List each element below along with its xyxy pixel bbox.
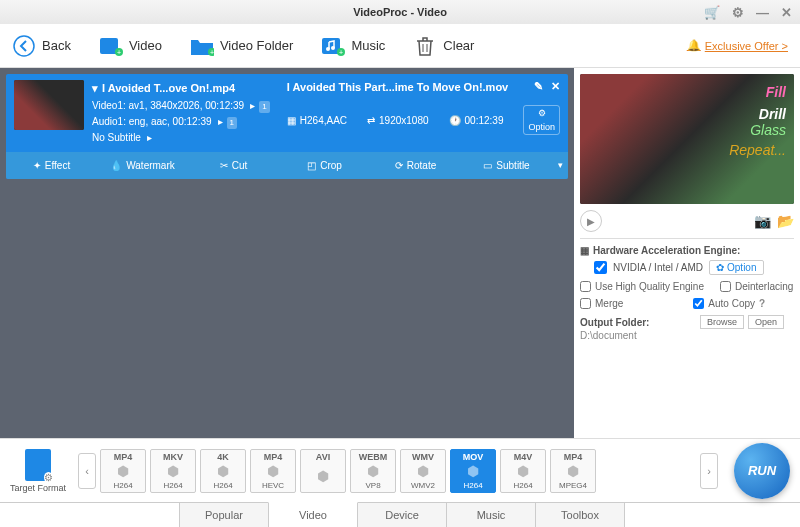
add-video-button[interactable]: + Video xyxy=(99,34,162,58)
titlebar: VideoProc - Video 🛒 ⚙ — ✕ xyxy=(0,0,800,24)
bell-icon: 🔔 xyxy=(687,39,701,52)
remove-item-icon[interactable]: ✕ xyxy=(551,80,560,93)
effect-button[interactable]: ✦Effect xyxy=(6,156,97,175)
crop-button[interactable]: ◰Crop xyxy=(279,156,370,175)
run-button[interactable]: RUN xyxy=(734,443,790,499)
tab-toolbox[interactable]: Toolbox xyxy=(535,503,625,527)
svg-text:+: + xyxy=(210,49,214,56)
tab-music[interactable]: Music xyxy=(446,503,536,527)
edit-name-icon[interactable]: ✎ xyxy=(534,80,543,93)
resolution-icon: ⇄ xyxy=(367,115,375,126)
watermark-button[interactable]: 💧Watermark xyxy=(97,156,188,175)
subtitle-info: No Subtitle xyxy=(92,132,141,143)
format-option-webm-vp8[interactable]: WEBM⬢VP8 xyxy=(350,449,396,493)
video-stream-info: Video1: av1, 3840x2026, 00:12:39 xyxy=(92,100,244,111)
target-format-icon xyxy=(25,449,51,481)
expand-down-icon[interactable]: ▾ xyxy=(552,156,568,175)
chevron-icon[interactable]: ▸ xyxy=(147,132,152,143)
video-list-panel: ▾I Avoided T...ove On!.mp4 Video1: av1, … xyxy=(0,68,574,438)
tab-popular[interactable]: Popular xyxy=(179,503,269,527)
video-thumbnail xyxy=(14,80,84,130)
target-format-button[interactable]: Target Format xyxy=(10,449,66,493)
format-option-mov-h264[interactable]: MOV⬢H264 xyxy=(450,449,496,493)
subtitle-button[interactable]: ▭Subtitle xyxy=(461,156,552,175)
music-icon: + xyxy=(321,34,345,58)
gear-icon: ✿ xyxy=(716,262,724,273)
video-item[interactable]: ▾I Avoided T...ove On!.mp4 Video1: av1, … xyxy=(6,74,568,179)
rotate-button[interactable]: ⟳Rotate xyxy=(370,156,461,175)
edit-toolbar: ✦Effect 💧Watermark ✂Cut ◰Crop ⟳Rotate ▭S… xyxy=(6,152,568,179)
svg-text:+: + xyxy=(339,49,343,56)
tab-video[interactable]: Video xyxy=(268,502,358,527)
source-filename: I Avoided T...ove On!.mp4 xyxy=(102,80,235,98)
preview-overlay-text: Glass xyxy=(729,122,786,138)
format-option-mkv-h264[interactable]: MKV⬢H264 xyxy=(150,449,196,493)
preview-overlay-text: Drill xyxy=(729,106,786,122)
subtitle-icon: ▭ xyxy=(483,160,492,171)
codec-text: H264,AAC xyxy=(300,115,347,126)
help-icon[interactable]: ? xyxy=(759,298,765,309)
open-button[interactable]: Open xyxy=(748,315,784,329)
svg-point-0 xyxy=(14,36,34,56)
hq-engine-checkbox[interactable] xyxy=(580,281,591,292)
add-folder-button[interactable]: + Video Folder xyxy=(190,34,293,58)
add-music-button[interactable]: + Music xyxy=(321,34,385,58)
chevron-icon[interactable]: ▸ xyxy=(250,100,255,111)
cart-icon[interactable]: 🛒 xyxy=(704,5,720,20)
tab-device[interactable]: Device xyxy=(357,503,447,527)
format-option-mp4-mpeg4[interactable]: MP4⬢MPEG4 xyxy=(550,449,596,493)
format-option-avi-[interactable]: AVI⬢ xyxy=(300,449,346,493)
chevron-down-icon[interactable]: ▾ xyxy=(92,80,98,98)
merge-checkbox[interactable] xyxy=(580,298,591,309)
format-option-mp4-h264[interactable]: MP4⬢H264 xyxy=(100,449,146,493)
output-path: D:\document xyxy=(580,330,794,341)
svg-point-7 xyxy=(326,47,330,51)
chip-icon: ▦ xyxy=(580,245,589,256)
play-button[interactable]: ▶ xyxy=(580,210,602,232)
preview-overlay-text: Repeat... xyxy=(729,142,786,158)
cut-button[interactable]: ✂Cut xyxy=(188,156,279,175)
browse-button[interactable]: Browse xyxy=(700,315,744,329)
resolution-text: 1920x1080 xyxy=(379,115,429,126)
hw-option-button[interactable]: ✿Option xyxy=(709,260,763,275)
droplet-icon: 💧 xyxy=(110,160,122,171)
hw-vendor-checkbox[interactable] xyxy=(594,261,607,274)
settings-icon[interactable]: ⚙ xyxy=(732,5,744,20)
hw-vendor-label: NVIDIA / Intel / AMD xyxy=(613,262,703,273)
preview-window: Fill Drill Glass Repeat... xyxy=(580,74,794,204)
open-folder-icon[interactable]: 📂 xyxy=(777,213,794,229)
exclusive-offer-link[interactable]: 🔔 Exclusive Offer > xyxy=(687,39,788,52)
snapshot-icon[interactable]: 📷 xyxy=(754,213,771,229)
codec-option-button[interactable]: ⚙ Option xyxy=(523,105,560,135)
hw-accel-label: Hardware Acceleration Engine: xyxy=(593,245,740,256)
autocopy-checkbox[interactable] xyxy=(693,298,704,309)
clear-button[interactable]: Clear xyxy=(413,34,474,58)
codec-icon: ▦ xyxy=(287,115,296,126)
back-button[interactable]: Back xyxy=(12,34,71,58)
format-option-wmv-wmv2[interactable]: WMV⬢WMV2 xyxy=(400,449,446,493)
svg-point-8 xyxy=(331,46,335,50)
rotate-icon: ⟳ xyxy=(395,160,403,171)
main-toolbar: Back + Video + Video Folder + Music Clea… xyxy=(0,24,800,68)
preview-panel: Fill Drill Glass Repeat... ▶ 📷 📂 ▦Hardwa… xyxy=(574,68,800,438)
app-title: VideoProc - Video xyxy=(353,6,447,18)
trash-icon xyxy=(413,34,437,58)
format-prev-button[interactable]: ‹ xyxy=(78,453,96,489)
format-bar: Target Format ‹ MP4⬢H264MKV⬢H2644K⬢H264M… xyxy=(0,438,800,502)
stream-badge: 1 xyxy=(259,101,269,114)
scissors-icon: ✂ xyxy=(220,160,228,171)
close-icon[interactable]: ✕ xyxy=(781,5,792,20)
chevron-icon[interactable]: ▸ xyxy=(218,116,223,127)
format-option-m4v-h264[interactable]: M4V⬢H264 xyxy=(500,449,546,493)
output-filename: I Avoided This Part...ime To Move On!.mo… xyxy=(287,81,508,93)
deinterlacing-checkbox[interactable] xyxy=(720,281,731,292)
format-next-button[interactable]: › xyxy=(700,453,718,489)
back-arrow-icon xyxy=(12,34,36,58)
crop-icon: ◰ xyxy=(307,160,316,171)
stream-badge: 1 xyxy=(227,117,237,130)
format-option-4k-h264[interactable]: 4K⬢H264 xyxy=(200,449,246,493)
audio-stream-info: Audio1: eng, aac, 00:12:39 xyxy=(92,116,212,127)
format-option-mp4-hevc[interactable]: MP4⬢HEVC xyxy=(250,449,296,493)
minimize-icon[interactable]: — xyxy=(756,5,769,20)
preview-overlay-text: Fill xyxy=(729,84,786,100)
